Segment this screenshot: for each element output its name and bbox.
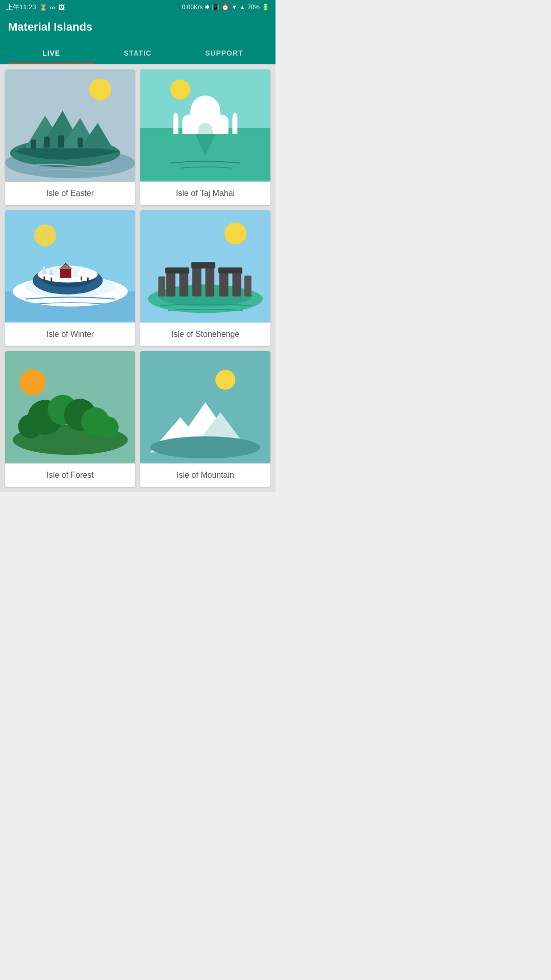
svg-point-50: [224, 223, 246, 244]
svg-rect-10: [58, 136, 64, 148]
svg-point-72: [96, 416, 118, 438]
timer-icon: ⏳: [39, 4, 47, 11]
status-right: 0.00K/s ✱ 📳 ⏰ ▼ ▲ 70% 🔋: [182, 4, 269, 11]
vibrate-icon: 📳: [212, 4, 219, 11]
svg-point-78: [151, 436, 261, 458]
svg-rect-62: [158, 277, 165, 297]
card-easter[interactable]: Isle of Easter: [5, 69, 135, 205]
infinite-icon: ∞: [51, 4, 55, 11]
svg-rect-59: [219, 271, 229, 297]
svg-rect-11: [78, 138, 83, 148]
svg-rect-55: [165, 267, 189, 274]
time: 上午11:23: [6, 3, 36, 12]
svg-rect-54: [180, 271, 189, 297]
tab-live[interactable]: LIVE: [8, 42, 94, 64]
svg-rect-38: [44, 277, 45, 281]
card-stonehenge[interactable]: Isle of Stonehenge: [140, 210, 270, 346]
tab-support[interactable]: SUPPORT: [181, 42, 267, 64]
svg-point-1: [89, 79, 111, 101]
battery-icon: 🔋: [262, 4, 269, 11]
card-image-easter: [5, 69, 135, 182]
card-forest[interactable]: Isle of Forest: [5, 351, 135, 487]
wifi-icon: ▼: [231, 4, 237, 11]
card-label-mountain: Isle of Mountain: [140, 463, 270, 487]
svg-rect-8: [31, 139, 36, 149]
status-bar: 上午11:23 ⏳ ∞ 🖼 0.00K/s ✱ 📳 ⏰ ▼ ▲ 70% 🔋: [0, 0, 276, 14]
card-mountain[interactable]: Isle of Mountain: [140, 351, 270, 487]
card-grid: Isle of Easter: [0, 64, 276, 492]
svg-rect-42: [60, 269, 71, 278]
card-label-winter: Isle of Winter: [5, 323, 135, 346]
card-image-forest: [5, 351, 135, 463]
svg-rect-48: [87, 278, 89, 281]
svg-rect-63: [244, 276, 252, 297]
svg-rect-56: [192, 265, 202, 297]
card-winter[interactable]: Isle of Winter: [5, 210, 135, 346]
card-label-easter: Isle of Easter: [5, 182, 135, 205]
card-image-winter: [5, 210, 135, 323]
bluetooth-icon: ✱: [205, 4, 210, 11]
card-label-tajmahal: Isle of Taj Mahal: [140, 182, 270, 205]
status-left: 上午11:23 ⏳ ∞ 🖼: [6, 3, 65, 12]
card-label-stonehenge: Isle of Stonehenge: [140, 323, 270, 346]
card-image-mountain: [140, 351, 270, 463]
svg-rect-46: [81, 277, 82, 281]
svg-point-26: [214, 114, 228, 127]
tab-bar: LIVE STATIC SUPPORT: [8, 42, 267, 64]
svg-point-71: [18, 414, 42, 438]
svg-point-74: [215, 370, 235, 389]
card-tajmahal[interactable]: Isle of Taj Mahal: [140, 69, 270, 205]
svg-point-14: [170, 80, 190, 100]
alarm-icon: ⏰: [221, 4, 229, 11]
svg-point-24: [182, 114, 196, 127]
svg-point-65: [19, 369, 45, 395]
card-image-tajmahal: [140, 69, 270, 182]
svg-rect-53: [166, 271, 176, 297]
image-icon: 🖼: [58, 4, 65, 11]
svg-rect-41: [51, 278, 52, 281]
svg-point-28: [34, 225, 56, 247]
signal-icon: ▲: [239, 4, 245, 11]
svg-rect-60: [232, 271, 241, 297]
battery: 70%: [247, 4, 260, 11]
svg-rect-61: [218, 267, 242, 274]
card-image-stonehenge: [140, 210, 270, 323]
app-header: Material Islands LIVE STATIC SUPPORT: [0, 14, 276, 64]
card-label-forest: Isle of Forest: [5, 463, 135, 487]
speed: 0.00K/s: [182, 4, 203, 11]
svg-rect-9: [44, 137, 50, 148]
svg-rect-58: [191, 262, 215, 268]
svg-rect-57: [206, 265, 215, 297]
app-title: Material Islands: [8, 20, 267, 34]
tab-static[interactable]: STATIC: [94, 42, 181, 64]
